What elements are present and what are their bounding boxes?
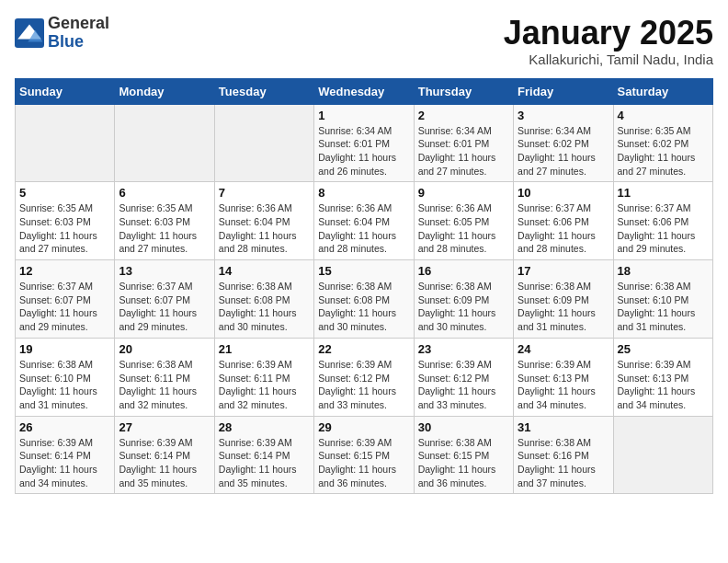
day-number: 5 (19, 186, 110, 200)
calendar-cell: 29Sunrise: 6:39 AMSunset: 6:15 PMDayligh… (314, 416, 414, 494)
calendar-cell: 8Sunrise: 6:36 AMSunset: 6:04 PMDaylight… (314, 182, 414, 260)
day-info: Sunrise: 6:39 AMSunset: 6:14 PMDaylight:… (219, 436, 310, 490)
day-number: 2 (418, 109, 509, 122)
calendar-cell (613, 416, 712, 494)
day-info: Sunrise: 6:39 AMSunset: 6:15 PMDaylight:… (318, 436, 409, 490)
day-info: Sunrise: 6:35 AMSunset: 6:03 PMDaylight:… (19, 201, 110, 256)
weekday-header-tuesday: Tuesday (214, 78, 313, 104)
day-number: 22 (318, 342, 409, 356)
calendar-week-row: 19Sunrise: 6:38 AMSunset: 6:10 PMDayligh… (16, 338, 713, 416)
day-info: Sunrise: 6:38 AMSunset: 6:10 PMDaylight:… (19, 358, 110, 412)
day-number: 28 (219, 420, 310, 434)
day-info: Sunrise: 6:37 AMSunset: 6:06 PMDaylight:… (618, 201, 709, 256)
weekday-header-friday: Friday (514, 78, 613, 104)
day-info: Sunrise: 6:35 AMSunset: 6:02 PMDaylight:… (618, 124, 709, 178)
calendar-cell: 31Sunrise: 6:38 AMSunset: 6:16 PMDayligh… (514, 416, 613, 494)
calendar-cell: 28Sunrise: 6:39 AMSunset: 6:14 PMDayligh… (214, 416, 313, 494)
calendar-cell: 26Sunrise: 6:39 AMSunset: 6:14 PMDayligh… (16, 416, 115, 494)
day-info: Sunrise: 6:34 AMSunset: 6:01 PMDaylight:… (418, 124, 509, 178)
calendar-table: SundayMondayTuesdayWednesdayThursdayFrid… (15, 78, 713, 495)
weekday-header-thursday: Thursday (414, 78, 513, 104)
calendar-cell: 6Sunrise: 6:35 AMSunset: 6:03 PMDaylight… (115, 182, 214, 260)
calendar-cell: 9Sunrise: 6:36 AMSunset: 6:05 PMDaylight… (414, 182, 513, 260)
calendar-week-row: 26Sunrise: 6:39 AMSunset: 6:14 PMDayligh… (16, 416, 713, 494)
calendar-cell: 20Sunrise: 6:38 AMSunset: 6:11 PMDayligh… (115, 338, 214, 416)
calendar-cell (214, 104, 313, 182)
calendar-cell: 27Sunrise: 6:39 AMSunset: 6:14 PMDayligh… (115, 416, 214, 494)
logo-general: General (48, 15, 109, 33)
day-info: Sunrise: 6:38 AMSunset: 6:16 PMDaylight:… (518, 436, 609, 490)
day-info: Sunrise: 6:38 AMSunset: 6:15 PMDaylight:… (418, 436, 509, 490)
calendar-cell: 23Sunrise: 6:39 AMSunset: 6:12 PMDayligh… (414, 338, 513, 416)
logo: General Blue (15, 15, 109, 52)
day-number: 9 (418, 186, 509, 200)
page-header: General Blue January 2025 Kallakurichi, … (15, 15, 713, 67)
weekday-header-monday: Monday (115, 78, 214, 104)
calendar-cell: 7Sunrise: 6:36 AMSunset: 6:04 PMDaylight… (214, 182, 313, 260)
day-number: 13 (119, 264, 210, 278)
day-info: Sunrise: 6:36 AMSunset: 6:05 PMDaylight:… (418, 201, 509, 256)
calendar-cell: 18Sunrise: 6:38 AMSunset: 6:10 PMDayligh… (613, 260, 712, 339)
calendar-cell: 2Sunrise: 6:34 AMSunset: 6:01 PMDaylight… (414, 104, 513, 182)
day-number: 24 (518, 342, 609, 356)
day-info: Sunrise: 6:38 AMSunset: 6:11 PMDaylight:… (119, 358, 210, 412)
day-info: Sunrise: 6:37 AMSunset: 6:06 PMDaylight:… (518, 201, 609, 256)
logo-blue: Blue (48, 33, 109, 52)
calendar-cell: 30Sunrise: 6:38 AMSunset: 6:15 PMDayligh… (414, 416, 513, 494)
calendar-week-row: 1Sunrise: 6:34 AMSunset: 6:01 PMDaylight… (16, 104, 713, 182)
day-info: Sunrise: 6:38 AMSunset: 6:08 PMDaylight:… (219, 280, 310, 334)
calendar-cell: 25Sunrise: 6:39 AMSunset: 6:13 PMDayligh… (613, 338, 712, 416)
day-number: 26 (19, 420, 110, 434)
day-number: 25 (618, 342, 709, 356)
day-number: 21 (219, 342, 310, 356)
day-info: Sunrise: 6:36 AMSunset: 6:04 PMDaylight:… (219, 201, 310, 256)
day-number: 17 (518, 264, 609, 278)
calendar-cell (16, 104, 115, 182)
day-number: 20 (119, 342, 210, 356)
day-info: Sunrise: 6:36 AMSunset: 6:04 PMDaylight:… (318, 201, 409, 256)
day-number: 10 (518, 186, 609, 200)
day-number: 31 (518, 420, 609, 434)
logo-icon (15, 18, 44, 48)
day-info: Sunrise: 6:38 AMSunset: 6:10 PMDaylight:… (618, 280, 709, 334)
day-number: 8 (318, 186, 409, 200)
day-info: Sunrise: 6:39 AMSunset: 6:12 PMDaylight:… (418, 358, 509, 412)
logo-text: General Blue (48, 15, 109, 52)
calendar-cell: 17Sunrise: 6:38 AMSunset: 6:09 PMDayligh… (514, 260, 613, 339)
day-info: Sunrise: 6:34 AMSunset: 6:01 PMDaylight:… (318, 124, 409, 178)
calendar-header-row: SundayMondayTuesdayWednesdayThursdayFrid… (16, 78, 713, 104)
day-number: 18 (618, 264, 709, 278)
day-info: Sunrise: 6:39 AMSunset: 6:14 PMDaylight:… (19, 436, 110, 490)
calendar-cell: 3Sunrise: 6:34 AMSunset: 6:02 PMDaylight… (514, 104, 613, 182)
day-number: 7 (219, 186, 310, 200)
day-number: 16 (418, 264, 509, 278)
day-number: 12 (19, 264, 110, 278)
calendar-cell: 15Sunrise: 6:38 AMSunset: 6:08 PMDayligh… (314, 260, 414, 339)
day-info: Sunrise: 6:35 AMSunset: 6:03 PMDaylight:… (119, 201, 210, 256)
day-number: 6 (119, 186, 210, 200)
calendar-cell: 1Sunrise: 6:34 AMSunset: 6:01 PMDaylight… (314, 104, 414, 182)
calendar-week-row: 5Sunrise: 6:35 AMSunset: 6:03 PMDaylight… (16, 182, 713, 260)
day-info: Sunrise: 6:39 AMSunset: 6:13 PMDaylight:… (618, 358, 709, 412)
day-info: Sunrise: 6:37 AMSunset: 6:07 PMDaylight:… (19, 280, 110, 334)
day-number: 1 (318, 109, 409, 122)
calendar-cell: 10Sunrise: 6:37 AMSunset: 6:06 PMDayligh… (514, 182, 613, 260)
day-number: 27 (119, 420, 210, 434)
day-number: 29 (318, 420, 409, 434)
calendar-cell: 16Sunrise: 6:38 AMSunset: 6:09 PMDayligh… (414, 260, 513, 339)
weekday-header-saturday: Saturday (613, 78, 712, 104)
weekday-header-wednesday: Wednesday (314, 78, 414, 104)
day-number: 3 (518, 109, 609, 122)
day-info: Sunrise: 6:38 AMSunset: 6:08 PMDaylight:… (318, 280, 409, 334)
day-info: Sunrise: 6:38 AMSunset: 6:09 PMDaylight:… (418, 280, 509, 334)
calendar-cell: 22Sunrise: 6:39 AMSunset: 6:12 PMDayligh… (314, 338, 414, 416)
calendar-cell: 11Sunrise: 6:37 AMSunset: 6:06 PMDayligh… (613, 182, 712, 260)
calendar-cell: 24Sunrise: 6:39 AMSunset: 6:13 PMDayligh… (514, 338, 613, 416)
main-title: January 2025 (504, 15, 713, 52)
day-number: 15 (318, 264, 409, 278)
weekday-header-sunday: Sunday (16, 78, 115, 104)
day-number: 23 (418, 342, 509, 356)
day-number: 30 (418, 420, 509, 434)
calendar-cell: 5Sunrise: 6:35 AMSunset: 6:03 PMDaylight… (16, 182, 115, 260)
calendar-cell: 13Sunrise: 6:37 AMSunset: 6:07 PMDayligh… (115, 260, 214, 339)
